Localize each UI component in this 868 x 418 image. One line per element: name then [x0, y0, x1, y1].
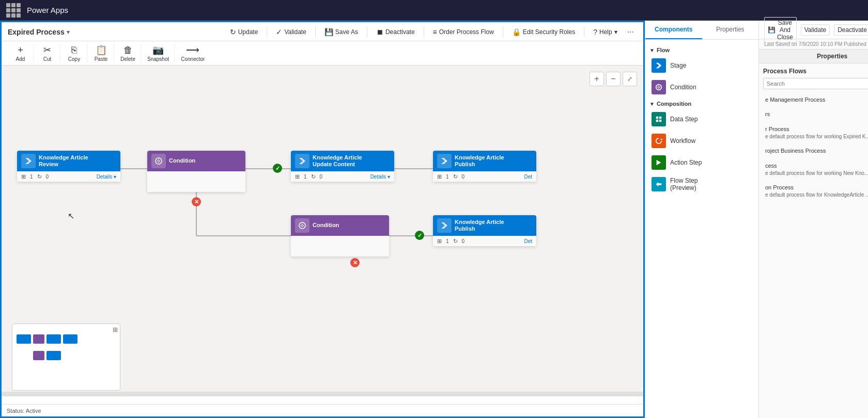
zoom-controls: + − ⤢ — [590, 72, 637, 86]
node-condition-2[interactable]: Condition — [291, 215, 389, 256]
help-button[interactable]: ? Help ▾ — [588, 25, 622, 39]
collapse-arrow2: ▼ — [649, 101, 655, 107]
snapshot-icon: 📷 — [152, 44, 164, 56]
separator2 — [315, 27, 316, 37]
pf-item-6[interactable]: on Process e default process flow for Kn… — [763, 181, 868, 201]
process-flows-header: Process Flows Create New — [763, 68, 868, 75]
horizontal-scrollbar[interactable] — [2, 392, 643, 396]
separator — [267, 27, 267, 37]
svg-rect-9 — [656, 117, 658, 119]
paste-icon: 📋 — [96, 44, 107, 56]
stage-component[interactable]: Stage — [649, 55, 754, 76]
pf-item-2[interactable]: rs — [763, 108, 868, 121]
details-button3[interactable]: Det — [524, 174, 532, 180]
svg-point-6 — [156, 158, 162, 164]
node-knowledge-article-publish-1[interactable]: Knowledge ArticlePublish ⊞ 1 ↻ 0 Det — [433, 151, 536, 182]
connector-tool[interactable]: ⟶ Connector — [176, 43, 210, 63]
mini-node-6 — [47, 351, 61, 360]
steps-icon3: ⊞ — [437, 173, 442, 180]
cut-tool[interactable]: ✂ Cut — [35, 43, 60, 63]
save-as-button[interactable]: 💾 Save As — [320, 25, 363, 39]
order-flow-button[interactable]: ≡ Order Process Flow — [428, 25, 499, 39]
zoom-in-button[interactable]: + — [590, 72, 604, 86]
details-button[interactable]: Details ▾ — [97, 174, 116, 180]
app-title: Power Apps — [27, 6, 68, 14]
loops-count: 0 — [46, 174, 49, 180]
comp-content: ▼ Flow Stage Condition ▼ Composition — [645, 40, 758, 418]
no-branch-marker: ✕ — [192, 197, 201, 206]
loops-icon: ↻ — [37, 173, 42, 180]
composition-section-header[interactable]: ▼ Composition — [649, 101, 754, 107]
data-step-component[interactable]: Data Step — [649, 109, 754, 130]
main-layout: Expired Process ▾ ↻ Update ✓ Validate 💾 … — [0, 21, 868, 418]
deactivate-button[interactable]: ⏹ Deactivate — [371, 25, 420, 39]
process-flows-title: Process Flows — [763, 68, 807, 75]
zoom-out-button[interactable]: − — [606, 72, 621, 86]
svg-rect-11 — [656, 120, 658, 122]
workflow-component[interactable]: Workflow — [649, 131, 754, 151]
flow-step-icon — [652, 177, 666, 191]
topbar: Power Apps — [0, 0, 868, 21]
loops-count4: 0 — [462, 238, 465, 244]
steps-icon4: ⊞ — [437, 238, 442, 245]
connector-icon: ⟶ — [186, 44, 199, 56]
pf-item-3[interactable]: r Process e default process flow for wor… — [763, 123, 868, 143]
workflow-label: Workflow — [670, 137, 695, 144]
node-knowledge-article-update[interactable]: Knowledge ArticleUpdate Content ⊞ 1 ↻ 0 … — [291, 151, 394, 182]
editor-panel: Expired Process ▾ ↻ Update ✓ Validate 💾 … — [0, 21, 645, 418]
validate-button[interactable]: ✓ Validate — [271, 25, 311, 39]
tab-properties[interactable]: Properties — [702, 21, 759, 39]
copy-tool[interactable]: ⎘ Copy — [61, 44, 87, 63]
separator6 — [584, 27, 584, 37]
add-icon: + — [18, 45, 23, 56]
action-step-icon — [652, 155, 666, 170]
condition-component[interactable]: Condition — [649, 77, 754, 98]
node-knowledge-article-review[interactable]: Knowledge ArticleReview ⊞ 1 ↻ 0 Details … — [17, 151, 120, 182]
paste-tool[interactable]: 📋 Paste — [88, 43, 114, 63]
flow-section-title: Flow — [657, 47, 670, 53]
chevron-down-icon[interactable]: ▾ — [67, 29, 70, 36]
cut-icon: ✂ — [43, 44, 51, 56]
action-step-component[interactable]: Action Step — [649, 152, 754, 173]
process-flows-search[interactable] — [763, 78, 868, 89]
properties-tab[interactable]: Properties — [759, 50, 868, 63]
validate-right-button[interactable]: Validate — [801, 24, 830, 36]
svg-point-7 — [299, 222, 305, 229]
process-title: Expired Process ▾ — [8, 28, 70, 36]
svg-marker-14 — [656, 182, 662, 187]
details-button2[interactable]: Details ▾ — [370, 174, 390, 180]
deactivate-right-button[interactable]: Deactivate — [834, 24, 868, 36]
more-options-button[interactable]: ··· — [624, 27, 637, 37]
tab-components[interactable]: Components — [645, 21, 702, 39]
pf-item-5[interactable]: cess e default process flow for working … — [763, 159, 868, 180]
flow-section-header[interactable]: ▼ Flow — [649, 47, 754, 53]
node-condition-1[interactable]: Condition — [147, 151, 245, 192]
fit-button[interactable]: ⤢ — [623, 72, 637, 86]
waffle-icon[interactable] — [6, 3, 21, 18]
chevron-icon: ▾ — [614, 28, 617, 36]
workflow-comp-icon — [652, 134, 666, 148]
details-button4[interactable]: Det — [524, 238, 532, 244]
snapshot-tool[interactable]: 📷 Snapshot — [142, 43, 175, 63]
add-tool[interactable]: + Add — [8, 44, 34, 63]
save-close-button[interactable]: 💾 Save And Close — [764, 17, 797, 43]
delete-tool[interactable]: 🗑 Delete — [115, 44, 141, 63]
security-button[interactable]: 🔒 Edit Security Roles — [507, 25, 580, 39]
flow-step-label: Flow Step(Preview) — [670, 177, 698, 191]
minimap-expand-button[interactable]: ⊞ — [113, 326, 118, 333]
svg-marker-13 — [657, 160, 661, 166]
pf-item-4[interactable]: roject Business Process — [763, 144, 868, 157]
right-action-bar: 💾 Save And Close Validate Deactivate ▶ ▶… — [759, 21, 868, 39]
components-panel: Components Properties ▼ Flow Stage Condi… — [645, 21, 758, 418]
pf-item-1[interactable]: e Management Process — [763, 93, 868, 106]
canvas[interactable]: ✓ ✕ ✕ ✓ Knowledge ArticleReview ⊞ 1 ↻ — [2, 66, 643, 416]
save-close-icon: 💾 — [768, 26, 776, 34]
flow-step-component[interactable]: Flow Step(Preview) — [649, 174, 754, 195]
right-panel: 💾 Save And Close Validate Deactivate ▶ ▶… — [758, 21, 868, 418]
minimap: ⊞ — [12, 324, 120, 391]
cursor: ↖ — [68, 211, 74, 221]
action-step-label: Action Step — [670, 159, 702, 166]
update-button[interactable]: ↻ Update — [225, 25, 263, 39]
data-step-icon — [652, 112, 666, 126]
node-knowledge-article-publish-2[interactable]: Knowledge ArticlePublish ⊞ 1 ↻ 0 Det — [433, 215, 536, 246]
